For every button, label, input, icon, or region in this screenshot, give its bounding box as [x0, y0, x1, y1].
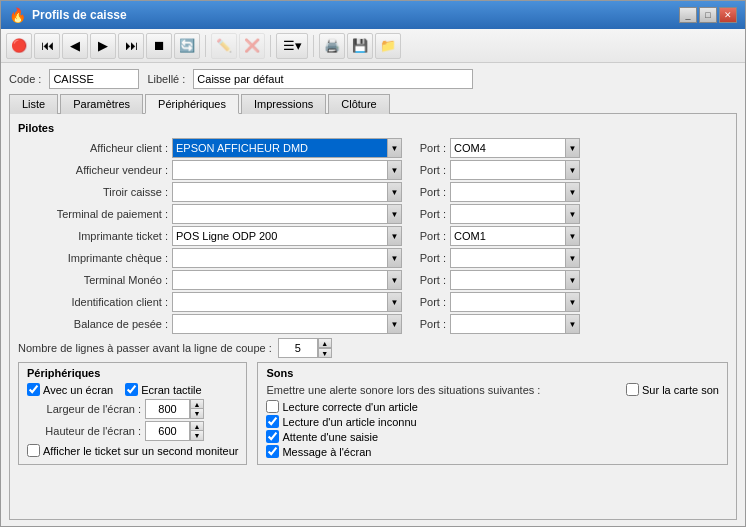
port-arrow-4[interactable]: ▼ — [566, 226, 580, 246]
son-checkbox-3[interactable] — [266, 445, 279, 458]
sons-title: Sons — [266, 367, 719, 379]
pilot-select-3[interactable] — [172, 204, 388, 224]
pilot-select-2[interactable] — [172, 182, 388, 202]
hauteur-input[interactable] — [145, 421, 190, 441]
lines-spinner-input[interactable] — [278, 338, 318, 358]
pilot-select-arrow-0[interactable]: ▼ — [388, 138, 402, 158]
pilot-select-arrow-4[interactable]: ▼ — [388, 226, 402, 246]
son-checkbox-0[interactable] — [266, 400, 279, 413]
port-select-3[interactable] — [450, 204, 566, 224]
son-checkbox-2[interactable] — [266, 430, 279, 443]
code-input[interactable] — [49, 69, 139, 89]
tab-liste[interactable]: Liste — [9, 94, 58, 114]
pilot-select-1[interactable] — [172, 160, 388, 180]
pilot-select-wrapper-5: ▼ — [172, 248, 402, 268]
avec-ecran-checkbox[interactable] — [27, 383, 40, 396]
son-label-0: Lecture correcte d'un article — [282, 401, 417, 413]
toolbar-next-button[interactable]: ▶ — [90, 33, 116, 59]
spinner-up-button[interactable]: ▲ — [318, 338, 332, 348]
pilot-select-arrow-3[interactable]: ▼ — [388, 204, 402, 224]
port-label-8: Port : — [406, 318, 446, 330]
tab-impressions[interactable]: Impressions — [241, 94, 326, 114]
toolbar-grid-button[interactable]: ☰▾ — [276, 33, 308, 59]
pilot-label-0: Afficheur client : — [18, 142, 168, 154]
spinner-buttons: ▲ ▼ — [318, 338, 332, 358]
peripheriques-box-title: Périphériques — [27, 367, 238, 379]
toolbar-edit-button[interactable]: ✏️ — [211, 33, 237, 59]
pilot-select-8[interactable] — [172, 314, 388, 334]
pilot-select-arrow-7[interactable]: ▼ — [388, 292, 402, 312]
peripheriques-box: Périphériques Avec un écran Ecran tactil… — [18, 362, 247, 465]
port-select-7[interactable] — [450, 292, 566, 312]
port-label-3: Port : — [406, 208, 446, 220]
second-moniteur-checkbox[interactable] — [27, 444, 40, 457]
pilot-select-7[interactable] — [172, 292, 388, 312]
pilot-select-arrow-5[interactable]: ▼ — [388, 248, 402, 268]
port-label-2: Port : — [406, 186, 446, 198]
pilot-select-4[interactable]: POS Ligne ODP 200 — [172, 226, 388, 246]
toolbar-folder-button[interactable]: 📁 — [375, 33, 401, 59]
pilot-select-6[interactable] — [172, 270, 388, 290]
port-wrapper-0: COM4 ▼ — [450, 138, 580, 158]
port-label-6: Port : — [406, 274, 446, 286]
libelle-input[interactable] — [193, 69, 473, 89]
port-arrow-2[interactable]: ▼ — [566, 182, 580, 202]
largeur-spinner-btns: ▲ ▼ — [190, 399, 204, 419]
pilot-select-arrow-6[interactable]: ▼ — [388, 270, 402, 290]
toolbar-new-button[interactable]: 🔴 — [6, 33, 32, 59]
close-button[interactable]: ✕ — [719, 7, 737, 23]
port-select-1[interactable] — [450, 160, 566, 180]
port-select-4[interactable]: COM1 — [450, 226, 566, 246]
port-label-5: Port : — [406, 252, 446, 264]
pilot-label-2: Tiroir caisse : — [18, 186, 168, 198]
tab-parametres[interactable]: Paramètres — [60, 94, 143, 114]
toolbar-save-button[interactable]: 💾 — [347, 33, 373, 59]
pilot-select-5[interactable] — [172, 248, 388, 268]
toolbar-stop-button[interactable]: ⏹ — [146, 33, 172, 59]
port-arrow-0[interactable]: ▼ — [566, 138, 580, 158]
minimize-button[interactable]: _ — [679, 7, 697, 23]
pilot-select-arrow-1[interactable]: ▼ — [388, 160, 402, 180]
toolbar-prev-button[interactable]: ◀ — [62, 33, 88, 59]
port-arrow-6[interactable]: ▼ — [566, 270, 580, 290]
port-wrapper-3: ▼ — [450, 204, 580, 224]
port-label-4: Port : — [406, 230, 446, 242]
port-arrow-8[interactable]: ▼ — [566, 314, 580, 334]
port-select-2[interactable] — [450, 182, 566, 202]
port-select-6[interactable] — [450, 270, 566, 290]
port-select-5[interactable] — [450, 248, 566, 268]
ecran-tactile-checkbox[interactable] — [125, 383, 138, 396]
toolbar-delete-button[interactable]: ❌ — [239, 33, 265, 59]
pilot-select-arrow-8[interactable]: ▼ — [388, 314, 402, 334]
port-arrow-1[interactable]: ▼ — [566, 160, 580, 180]
port-label-0: Port : — [406, 142, 446, 154]
tab-peripheriques[interactable]: Périphériques — [145, 94, 239, 114]
maximize-button[interactable]: □ — [699, 7, 717, 23]
port-select-8[interactable] — [450, 314, 566, 334]
largeur-down-button[interactable]: ▼ — [190, 409, 204, 419]
sur-carte-son-checkbox[interactable] — [626, 383, 639, 396]
toolbar-print-button[interactable]: 🖨️ — [319, 33, 345, 59]
header-form-row: Code : Libellé : — [9, 69, 737, 89]
spinner-down-button[interactable]: ▼ — [318, 348, 332, 358]
port-select-0[interactable]: COM4 — [450, 138, 566, 158]
son-checkbox-1[interactable] — [266, 415, 279, 428]
port-arrow-5[interactable]: ▼ — [566, 248, 580, 268]
largeur-up-button[interactable]: ▲ — [190, 399, 204, 409]
hauteur-up-button[interactable]: ▲ — [190, 421, 204, 431]
pilot-select-arrow-2[interactable]: ▼ — [388, 182, 402, 202]
toolbar-first-button[interactable]: ⏮ — [34, 33, 60, 59]
hauteur-down-button[interactable]: ▼ — [190, 431, 204, 441]
port-arrow-3[interactable]: ▼ — [566, 204, 580, 224]
toolbar-refresh-button[interactable]: 🔄 — [174, 33, 200, 59]
pilot-select-wrapper-8: ▼ — [172, 314, 402, 334]
toolbar-last-button[interactable]: ⏭ — [118, 33, 144, 59]
largeur-input[interactable] — [145, 399, 190, 419]
pilot-select-0[interactable]: EPSON AFFICHEUR DMD — [172, 138, 388, 158]
lines-before-cut-label: Nombre de lignes à passer avant la ligne… — [18, 342, 272, 354]
toolbar: 🔴 ⏮ ◀ ▶ ⏭ ⏹ 🔄 ✏️ ❌ ☰▾ 🖨️ 💾 📁 — [1, 29, 745, 63]
port-arrow-7[interactable]: ▼ — [566, 292, 580, 312]
app-icon: 🔥 — [9, 7, 26, 23]
tab-cloture[interactable]: Clôture — [328, 94, 389, 114]
libelle-label: Libellé : — [147, 73, 185, 85]
